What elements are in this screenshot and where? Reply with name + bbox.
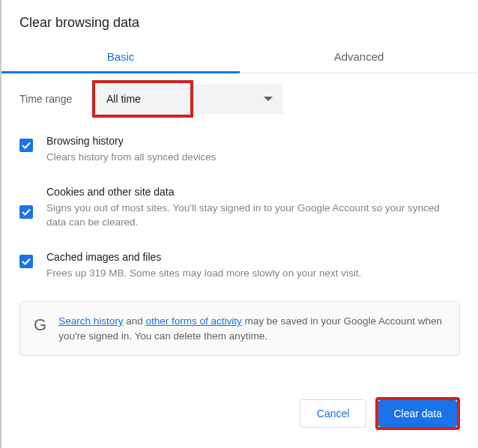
option-desc: Signs you out of most sites. You'll stay… bbox=[46, 201, 460, 230]
tab-basic[interactable]: Basic bbox=[1, 41, 240, 73]
option-desc: Clears history from all synced devices bbox=[46, 150, 217, 165]
option-desc: Frees up 319 MB. Some sites may load mor… bbox=[46, 266, 361, 281]
info-text: Search history and other forms of activi… bbox=[58, 314, 447, 343]
option-text: Browsing history Clears history from all… bbox=[46, 135, 217, 165]
tab-advanced[interactable]: Advanced bbox=[240, 41, 478, 73]
option-title: Cookies and other site data bbox=[46, 186, 460, 198]
info-mid: and bbox=[123, 315, 145, 327]
other-activity-link[interactable]: other forms of activity bbox=[145, 315, 241, 327]
clear-browsing-data-dialog: Clear browsing data Basic Advanced Time … bbox=[0, 0, 478, 448]
option-cookies: Cookies and other site data Signs you ou… bbox=[19, 186, 460, 230]
option-text: Cached images and files Frees up 319 MB.… bbox=[46, 251, 361, 281]
time-range-label: Time range bbox=[19, 93, 87, 105]
clear-data-wrap: Clear data bbox=[375, 397, 460, 430]
option-cached: Cached images and files Frees up 319 MB.… bbox=[19, 251, 460, 281]
checkbox-browsing-history[interactable] bbox=[19, 139, 33, 152]
dialog-title: Clear browsing data bbox=[1, 0, 478, 41]
tab-row: Basic Advanced bbox=[1, 41, 478, 73]
time-range-row: Time range All time bbox=[19, 84, 460, 114]
checkbox-cached[interactable] bbox=[19, 255, 33, 268]
cancel-button[interactable]: Cancel bbox=[300, 399, 367, 428]
search-history-link[interactable]: Search history bbox=[58, 315, 123, 327]
time-range-select[interactable]: All time bbox=[96, 84, 283, 114]
dropdown-arrow-icon bbox=[264, 97, 273, 101]
tab-label: Basic bbox=[107, 50, 135, 63]
google-g-icon: G bbox=[34, 314, 46, 335]
dialog-content: Time range All time Browsing history Cle… bbox=[1, 73, 478, 356]
option-title: Browsing history bbox=[46, 135, 217, 147]
option-browsing-history: Browsing history Clears history from all… bbox=[19, 135, 460, 165]
clear-data-button[interactable]: Clear data bbox=[378, 400, 457, 427]
info-box: G Search history and other forms of acti… bbox=[19, 301, 460, 356]
option-text: Cookies and other site data Signs you ou… bbox=[46, 186, 460, 230]
tab-label: Advanced bbox=[334, 50, 384, 63]
option-title: Cached images and files bbox=[46, 251, 361, 263]
checkbox-cookies[interactable] bbox=[19, 205, 33, 219]
time-range-select-wrap: All time bbox=[96, 84, 283, 114]
time-range-value: All time bbox=[106, 93, 141, 105]
button-row: Cancel Clear data bbox=[300, 397, 460, 430]
